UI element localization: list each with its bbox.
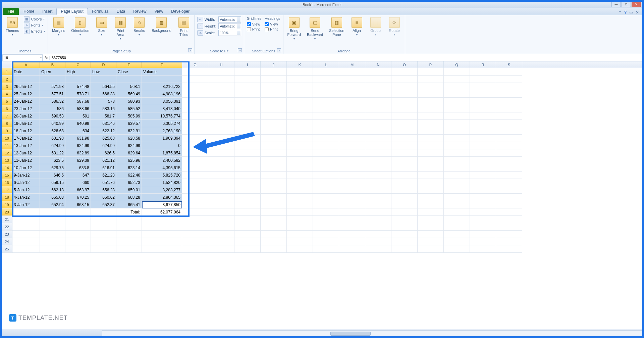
cell[interactable]	[261, 105, 287, 112]
cell[interactable]	[391, 98, 418, 105]
worksheet[interactable]: ABCDEFGHIJKLMNOPQRS 12345678910111213141…	[2, 61, 642, 329]
cell-B12[interactable]: 631.22	[40, 149, 65, 157]
row-header-7[interactable]: 7	[2, 112, 12, 120]
cell[interactable]	[182, 76, 208, 83]
cell[interactable]	[208, 245, 234, 253]
cell[interactable]	[391, 231, 418, 238]
cell-D19[interactable]: 652.37	[91, 201, 116, 208]
column-header-N[interactable]: N	[365, 61, 391, 68]
cell[interactable]	[313, 149, 339, 157]
cell[interactable]	[182, 245, 208, 253]
cell-C10[interactable]: 631.98	[65, 135, 91, 142]
cell-B3[interactable]: 571.98	[40, 83, 65, 90]
cell[interactable]	[287, 142, 313, 149]
cell[interactable]	[339, 179, 365, 186]
cell[interactable]	[313, 127, 339, 135]
cell[interactable]	[208, 164, 234, 172]
cell-D8[interactable]: 631.46	[91, 120, 116, 127]
cell[interactable]	[208, 98, 234, 105]
minimize-button[interactable]: —	[611, 2, 621, 7]
cell[interactable]	[391, 83, 418, 90]
size-button[interactable]: ▭Size▾	[94, 16, 109, 37]
cell[interactable]	[287, 68, 313, 76]
cell[interactable]	[313, 231, 339, 238]
cell[interactable]	[287, 179, 313, 186]
cell[interactable]	[418, 105, 444, 112]
cell[interactable]	[470, 186, 496, 194]
cell[interactable]	[365, 149, 391, 157]
cell-C17[interactable]: 663.97	[65, 186, 91, 194]
cell-C25[interactable]	[65, 245, 91, 253]
cell[interactable]	[208, 172, 234, 179]
cell-D20[interactable]	[91, 208, 116, 216]
cell[interactable]	[444, 231, 470, 238]
cell-B20[interactable]	[40, 208, 65, 216]
cell[interactable]	[313, 142, 339, 149]
column-header-K[interactable]: K	[287, 61, 313, 68]
cell[interactable]	[365, 216, 391, 223]
cell[interactable]	[391, 179, 418, 186]
cell[interactable]	[234, 208, 261, 216]
cell-E3[interactable]: 568.1	[116, 83, 142, 90]
cell[interactable]	[261, 201, 287, 208]
cell[interactable]	[339, 201, 365, 208]
cell-B14[interactable]: 629.75	[40, 164, 65, 172]
cell-D15[interactable]: 621.23	[91, 172, 116, 179]
cell[interactable]	[208, 112, 234, 120]
cell[interactable]	[391, 223, 418, 231]
selection-pane-button[interactable]: ▥Selection Pane	[328, 16, 345, 37]
cell[interactable]	[261, 142, 287, 149]
cell[interactable]	[391, 112, 418, 120]
cell[interactable]	[287, 76, 313, 83]
cell-F25[interactable]	[142, 245, 182, 253]
effects-button[interactable]: ◐Effects▾	[24, 29, 45, 34]
cell-F14[interactable]: 4,395,615	[142, 164, 182, 172]
cell-C14[interactable]: 633.8	[65, 164, 91, 172]
cell[interactable]	[470, 149, 496, 157]
cell[interactable]	[418, 142, 444, 149]
cell[interactable]	[365, 90, 391, 98]
cell[interactable]	[182, 164, 208, 172]
cell-B7[interactable]: 590.53	[40, 112, 65, 120]
cell-D23[interactable]	[91, 231, 116, 238]
cell[interactable]	[470, 98, 496, 105]
cell-E15[interactable]: 622.46	[116, 172, 142, 179]
cell-B17[interactable]: 662.13	[40, 186, 65, 194]
cell-E13[interactable]: 625.96	[116, 157, 142, 164]
cell[interactable]	[496, 164, 522, 172]
cell[interactable]	[182, 179, 208, 186]
cell[interactable]	[418, 90, 444, 98]
cell[interactable]	[261, 245, 287, 253]
cell-F3[interactable]: 3,216,722	[142, 83, 182, 90]
cell[interactable]	[313, 172, 339, 179]
cell[interactable]	[391, 157, 418, 164]
cell-A21[interactable]	[12, 216, 40, 223]
cell[interactable]	[339, 127, 365, 135]
cell[interactable]	[313, 164, 339, 172]
row-header-25[interactable]: 25	[2, 245, 12, 253]
cell[interactable]	[182, 142, 208, 149]
cell-D7[interactable]: 581.7	[91, 112, 116, 120]
cell[interactable]	[496, 245, 522, 253]
width-spinner[interactable]: Automatic	[218, 16, 241, 22]
cell[interactable]	[287, 194, 313, 201]
fonts-button[interactable]: AFonts▾	[24, 22, 45, 28]
cell[interactable]	[313, 83, 339, 90]
cell[interactable]	[287, 208, 313, 216]
cell-F8[interactable]: 6,305,274	[142, 120, 182, 127]
cell[interactable]	[287, 98, 313, 105]
cell[interactable]	[313, 238, 339, 245]
headings-view-checkbox[interactable]: View	[265, 22, 280, 26]
cell[interactable]	[234, 83, 261, 90]
cell-E6[interactable]: 585.52	[116, 105, 142, 112]
cell[interactable]	[418, 245, 444, 253]
cell[interactable]	[339, 149, 365, 157]
cell[interactable]	[444, 186, 470, 194]
cell-C4[interactable]: 578.71	[65, 90, 91, 98]
cell-F17[interactable]: 3,283,277	[142, 186, 182, 194]
cell[interactable]	[365, 179, 391, 186]
cell[interactable]	[496, 223, 522, 231]
cell[interactable]	[365, 186, 391, 194]
cell[interactable]	[234, 127, 261, 135]
cell-D14[interactable]: 616.91	[91, 164, 116, 172]
